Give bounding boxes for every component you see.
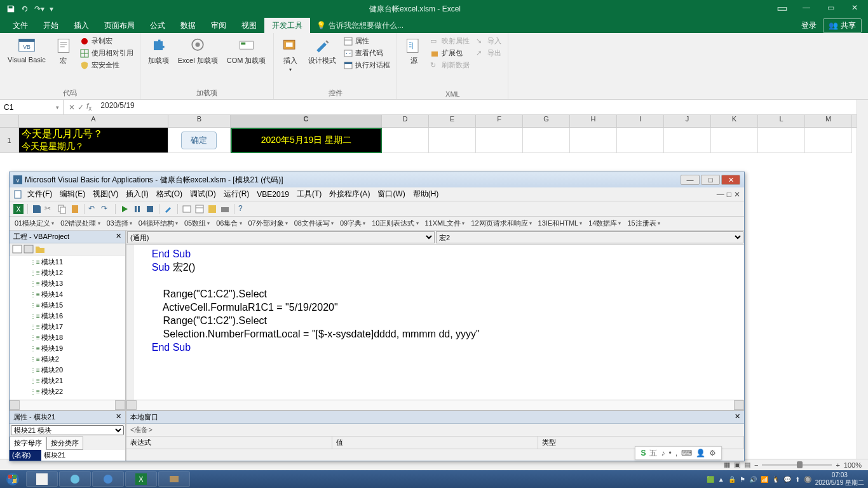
pane-close-icon[interactable]: ✕ [116, 412, 121, 422]
vbe-tabbar-item[interactable]: 14数据库 [586, 217, 623, 229]
tb-copy-icon[interactable] [57, 204, 67, 214]
xml-source-button[interactable]: 源 [402, 36, 425, 67]
formula-input[interactable]: 2020/5/19 [97, 100, 868, 114]
map-props-button[interactable]: ▭映射属性 [429, 36, 471, 46]
vbe-menu-item[interactable]: 窗口(W) [375, 189, 407, 200]
vbe-menu-item[interactable]: 外接程序(A) [327, 189, 372, 200]
vbe-tabbar-item[interactable]: 02错误处理 [58, 217, 102, 229]
code-editor[interactable]: End Sub Sub 宏2() Range("C1:C2").Select A… [126, 245, 744, 400]
vbe-tabbar-item[interactable]: 11XML文件 [423, 217, 468, 229]
addins-button[interactable]: 加载项 [146, 36, 172, 67]
vbe-menu-item[interactable]: 编辑(E) [57, 189, 88, 200]
tab-data[interactable]: 数据 [173, 18, 203, 33]
tree-node-module[interactable]: ⋮≡模块2 [11, 354, 124, 365]
mdi-control-icon[interactable]: — [717, 190, 724, 199]
tb-toolbox-icon[interactable] [220, 204, 230, 214]
save-icon[interactable] [6, 4, 15, 13]
cell-A1[interactable]: 今天是几月几号？ 今天是星期几？ [19, 128, 168, 153]
com-addins-button[interactable]: COM 加载项 [224, 36, 269, 67]
refresh-data-button[interactable]: ↻刷新数据 [429, 60, 471, 71]
vbe-menu-item[interactable]: 运行(R) [221, 189, 252, 200]
taskbar-excel[interactable]: X [125, 471, 157, 487]
vbe-menu-item[interactable]: 调试(D) [187, 189, 219, 200]
record-macro-button[interactable]: 录制宏 [79, 36, 135, 46]
col-header[interactable]: A [19, 115, 168, 127]
tray-icon[interactable]: 🔘 [804, 476, 811, 483]
tab-review[interactable]: 审阅 [203, 18, 234, 33]
mdi-control-icon[interactable]: ✕ [734, 190, 740, 199]
tb-reset-icon[interactable] [145, 204, 155, 214]
cell-J1[interactable] [664, 128, 711, 153]
cancel-formula-icon[interactable]: ✕ [69, 103, 75, 112]
tray-icon[interactable]: 🔊 [749, 476, 757, 483]
zoom-out-icon[interactable]: − [754, 461, 758, 469]
tb-run-icon[interactable] [119, 204, 130, 214]
vbe-close-icon[interactable]: ✕ [721, 175, 740, 185]
tellme[interactable]: 💡告诉我您想要做什么... [316, 18, 403, 33]
vbe-menu-item[interactable]: 视图(V) [90, 189, 121, 200]
vbe-tabbar-item[interactable]: 07外部对象 [246, 217, 290, 229]
vbe-tabbar-item[interactable]: 09字典 [337, 217, 368, 229]
object-combo[interactable]: (通用) [127, 231, 435, 243]
props-object-select[interactable]: 模块21 模块 [11, 425, 124, 435]
vbe-menu-item[interactable]: 插入(I) [123, 189, 151, 200]
enter-formula-icon[interactable]: ✓ [78, 103, 84, 112]
relative-ref-button[interactable]: 使用相对引用 [79, 48, 135, 58]
vbe-maximize-icon[interactable]: □ [701, 175, 720, 185]
taskbar-item[interactable] [92, 471, 124, 487]
col-header[interactable]: F [476, 115, 523, 127]
export-button[interactable]: ↗导出 [475, 48, 503, 58]
properties-button[interactable]: 属性 [342, 36, 391, 46]
tree-node-module[interactable]: ⋮≡模块14 [11, 289, 124, 300]
tab-view[interactable]: 视图 [234, 18, 264, 33]
tray-icon[interactable]: ⚑ [740, 476, 745, 483]
tray-icon[interactable]: 🔒 [728, 476, 736, 483]
vbe-tabbar-item[interactable]: 03选择 [104, 217, 135, 229]
col-header[interactable]: C [231, 115, 382, 127]
cell-M1[interactable] [805, 128, 852, 153]
tab-formulas[interactable]: 公式 [142, 18, 173, 33]
tb-paste-icon[interactable] [70, 204, 80, 214]
redo-icon[interactable]: ↷▾ [34, 4, 44, 13]
keyboard-icon[interactable]: ⌨ [681, 449, 692, 458]
tab-insert[interactable]: 插入 [66, 18, 97, 33]
tree-node-module[interactable]: ⋮≡模块19 [11, 343, 124, 354]
col-header[interactable]: M [805, 115, 852, 127]
expand-pack-button[interactable]: 扩展包 [429, 48, 471, 58]
tree-node-module[interactable]: ⋮≡模块15 [11, 300, 124, 311]
visual-basic-button[interactable]: VB Visual Basic [5, 36, 48, 65]
vbe-tabbar-item[interactable]: 15注册表 [625, 217, 662, 229]
taskbar-item[interactable] [59, 471, 91, 487]
project-tree[interactable]: ⋮≡模块11⋮≡模块12⋮≡模块13⋮≡模块14⋮≡模块15⋮≡模块16⋮≡模块… [10, 255, 125, 400]
ok-button[interactable]: 确定 [181, 132, 217, 149]
tray-icon[interactable]: ⬆ [795, 476, 800, 483]
view-object-icon[interactable] [24, 245, 34, 254]
props-tab-cat[interactable]: 按分类序 [46, 437, 83, 450]
col-header[interactable]: I [617, 115, 664, 127]
import-button[interactable]: ↘导入 [475, 36, 503, 46]
tray-icon[interactable]: ▲ [718, 476, 724, 483]
tree-node-module[interactable]: ⋮≡模块18 [11, 332, 124, 343]
cell-F1[interactable] [476, 128, 523, 153]
tree-node-module[interactable]: ⋮≡模块16 [11, 311, 124, 322]
design-mode-button[interactable]: 设计模式 [306, 36, 339, 67]
vbe-tabbar-item[interactable]: 01模块定义 [12, 217, 57, 229]
tb-browser-icon[interactable] [207, 204, 217, 214]
vbe-tabbar-item[interactable]: 08文件读写 [292, 217, 336, 229]
tree-node-module[interactable]: ⋮≡模块20 [11, 365, 124, 376]
vbe-tabbar-item[interactable]: 12网页请求和响应 [468, 217, 534, 229]
tray-icon[interactable]: 🟩 [707, 476, 714, 483]
vbe-menu-item[interactable]: VBE2019 [254, 190, 292, 199]
macros-button[interactable]: 宏 [52, 36, 75, 67]
zoom-level[interactable]: 100% [844, 461, 862, 469]
tb-save-icon[interactable] [32, 204, 42, 214]
minimize-icon[interactable]: — [801, 3, 812, 15]
cell-K1[interactable] [711, 128, 758, 153]
tree-node-module[interactable]: ⋮≡模块13 [11, 278, 124, 289]
ribbon-options-icon[interactable] [776, 3, 788, 15]
vbe-tabbar-item[interactable]: 04循环结构 [136, 217, 180, 229]
worksheet-grid[interactable]: ABCDEFGHIJKLM 1 今天是几月几号？ 今天是星期几？ 确定 2020… [0, 115, 868, 159]
tree-node-module[interactable]: ⋮≡模块22 [11, 386, 124, 397]
col-header[interactable]: D [382, 115, 429, 127]
tab-layout[interactable]: 页面布局 [97, 18, 142, 33]
